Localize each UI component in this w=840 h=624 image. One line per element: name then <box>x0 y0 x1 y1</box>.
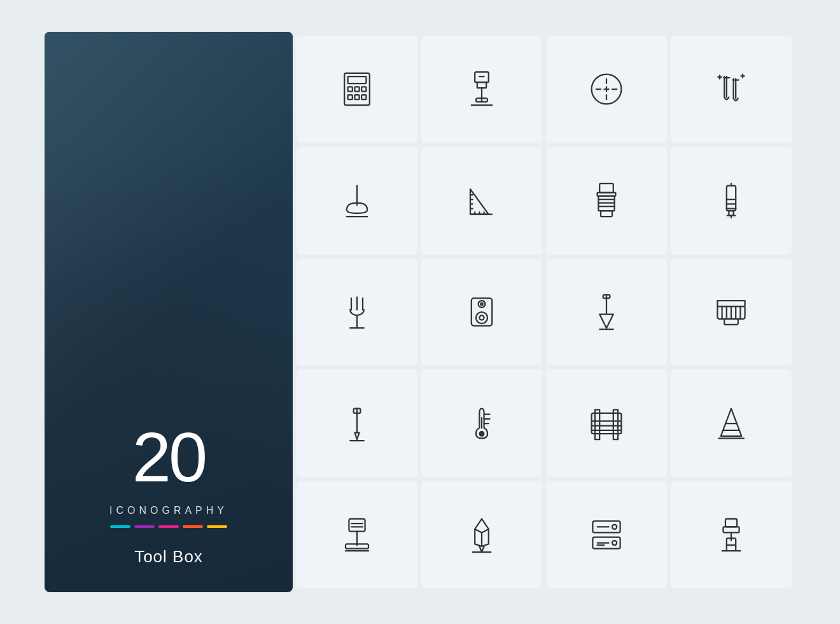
podium-icon <box>334 512 380 558</box>
speaker-icon-cell <box>421 259 542 366</box>
svg-point-106 <box>612 541 617 545</box>
svg-rect-1 <box>348 77 367 84</box>
svg-point-65 <box>479 301 486 308</box>
set-square-icon-cell <box>421 147 542 255</box>
svg-point-84 <box>479 430 485 436</box>
calculator-icon <box>334 66 380 112</box>
svg-rect-7 <box>361 95 366 99</box>
calculator-icon-cell <box>297 36 417 143</box>
svg-rect-3 <box>354 87 359 92</box>
milling-machine-icon-cell <box>671 481 792 588</box>
thermometer-icon-cell <box>421 369 542 477</box>
set-square-icon <box>459 178 505 223</box>
svg-rect-41 <box>599 183 613 192</box>
color-bars <box>70 525 267 528</box>
test-tubes-icon <box>708 66 754 112</box>
svg-rect-5 <box>348 95 353 99</box>
tuner-icon-cell <box>546 36 667 143</box>
plunger-icon <box>334 178 380 223</box>
syringe-icon <box>708 178 754 223</box>
svg-point-105 <box>612 524 617 528</box>
drill-press-icon-cell <box>421 36 542 143</box>
svg-rect-87 <box>595 409 599 439</box>
cable-reel-icon <box>584 401 629 446</box>
svg-rect-99 <box>346 544 368 548</box>
main-container: 20 ICONOGRAPHY Tool Box <box>45 32 795 592</box>
test-tubes-icon-cell <box>671 36 792 143</box>
garden-fork-icon-cell <box>297 259 417 366</box>
svg-rect-6 <box>354 95 359 99</box>
tuner-icon <box>584 66 629 112</box>
pen-tool-icon-cell <box>421 481 542 588</box>
traffic-cone-icon-cell <box>671 369 792 477</box>
milling-machine-icon <box>708 512 754 558</box>
svg-rect-72 <box>724 319 738 325</box>
speaker-icon <box>459 289 505 335</box>
iconography-label: ICONOGRAPHY <box>70 505 267 516</box>
svg-rect-48 <box>727 186 736 211</box>
number-display: 20 <box>70 422 267 492</box>
color-bar-orange <box>183 525 203 528</box>
soldering-iron-icon <box>334 401 380 446</box>
svg-rect-88 <box>613 409 618 439</box>
svg-point-63 <box>476 312 487 323</box>
plunger-icon-cell <box>297 147 417 255</box>
svg-point-64 <box>479 315 484 320</box>
svg-point-66 <box>480 303 483 306</box>
svg-rect-9 <box>477 83 486 89</box>
server-icon-cell <box>546 481 667 588</box>
svg-rect-71 <box>717 301 745 306</box>
svg-rect-2 <box>348 87 353 92</box>
color-bar-cyan <box>110 525 130 528</box>
drill-press-icon <box>459 66 505 112</box>
pen-tool-icon <box>459 512 505 558</box>
svg-rect-95 <box>349 518 365 531</box>
tool-box-title: Tool Box <box>70 547 267 567</box>
plumb-bob-icon <box>584 289 629 335</box>
syringe-icon-cell <box>671 147 792 255</box>
paint-brush-icon-cell <box>671 259 792 366</box>
server-icon <box>584 512 629 558</box>
svg-rect-111 <box>723 527 739 532</box>
svg-rect-47 <box>601 211 612 216</box>
thermometer-icon <box>459 401 505 446</box>
garden-fork-icon <box>334 289 380 335</box>
color-bar-pink <box>158 525 179 528</box>
paint-brush-icon <box>708 289 754 335</box>
bolt-icon <box>584 178 629 223</box>
icon-grid <box>293 32 795 592</box>
left-panel-content: 20 ICONOGRAPHY Tool Box <box>70 422 267 567</box>
color-bar-purple <box>134 525 155 528</box>
svg-rect-4 <box>361 87 366 92</box>
soldering-iron-icon-cell <box>297 369 417 477</box>
left-panel: 20 ICONOGRAPHY Tool Box <box>45 32 293 592</box>
cable-reel-icon-cell <box>546 369 667 477</box>
bolt-icon-cell <box>546 147 667 255</box>
podium-icon-cell <box>297 481 417 588</box>
traffic-cone-icon <box>708 401 754 446</box>
plumb-bob-icon-cell <box>546 259 667 366</box>
color-bar-yellow <box>207 525 227 528</box>
svg-rect-110 <box>725 518 737 527</box>
